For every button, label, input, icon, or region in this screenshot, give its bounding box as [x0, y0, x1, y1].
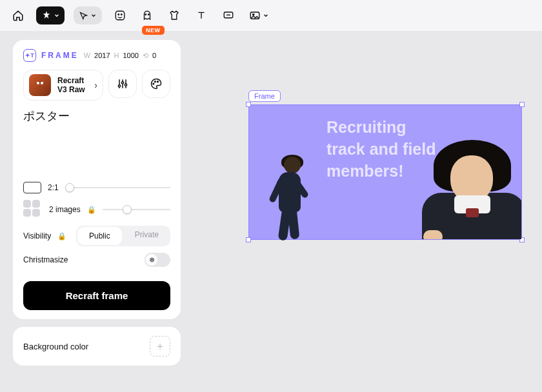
sliders-icon	[116, 77, 129, 90]
aspect-slider[interactable]	[65, 187, 170, 188]
height-value: 1000	[123, 52, 139, 59]
visibility-private[interactable]: Private	[123, 226, 170, 246]
rotation-label: ⟲	[143, 52, 148, 60]
model-selector[interactable]: Recraft V3 Raw ›	[23, 70, 103, 101]
palette-button[interactable]	[142, 70, 170, 98]
svg-point-13	[157, 81, 159, 83]
resize-handle-tl[interactable]	[246, 102, 251, 107]
svg-point-9	[121, 82, 123, 84]
svg-point-8	[118, 85, 120, 87]
christmasize-label: Christmasize	[23, 255, 68, 264]
svg-point-12	[155, 81, 156, 83]
aspect-icon[interactable]	[23, 182, 41, 193]
visibility-public[interactable]: Public	[77, 227, 122, 245]
generate-tool[interactable]	[36, 6, 65, 24]
student-figure	[418, 136, 521, 239]
aspect-label: 2:1	[48, 183, 59, 192]
frame-label: FRAME	[41, 51, 79, 60]
image-tool-icon[interactable]	[246, 6, 271, 24]
frame-dimensions[interactable]: W 2017 H 1000 ⟲ 0	[84, 52, 156, 60]
visibility-label: Visibility	[23, 231, 51, 240]
resize-handle-tr[interactable]	[519, 102, 525, 107]
settings-button[interactable]	[108, 70, 137, 98]
prompt-input[interactable]: ポスター	[23, 107, 170, 175]
ghost-icon[interactable]	[138, 6, 156, 24]
chevron-right-icon: ›	[94, 80, 97, 90]
christmasize-toggle[interactable]: ❄	[145, 253, 170, 267]
face-icon[interactable]	[111, 6, 129, 24]
comment-icon[interactable]	[219, 6, 237, 24]
model-avatar	[29, 74, 51, 96]
model-row: Recraft V3 Raw ›	[23, 70, 170, 101]
images-grid-icon[interactable]	[23, 200, 43, 219]
frame-type-icon[interactable]: ✦T	[23, 49, 36, 62]
shirt-icon[interactable]	[165, 6, 183, 24]
bg-color-card: Background color ＋	[13, 327, 181, 366]
add-bg-color[interactable]: ＋	[150, 336, 170, 357]
height-label: H	[114, 52, 119, 59]
images-label: 2 images	[49, 205, 81, 214]
width-label: W	[84, 52, 90, 59]
width-value: 2017	[94, 52, 110, 59]
rotation-value: 0	[152, 52, 156, 59]
lock-icon: 🔒	[87, 206, 96, 214]
bg-color-label: Background color	[23, 342, 88, 351]
text-tool-icon[interactable]	[192, 6, 210, 24]
cursor-tool[interactable]	[74, 6, 102, 24]
frame-header: ✦T FRAME W 2017 H 1000 ⟲ 0	[23, 49, 170, 62]
svg-point-2	[121, 14, 123, 15]
images-row: 2 images 🔒	[23, 200, 170, 219]
recraft-button[interactable]: Recraft frame	[23, 281, 170, 310]
svg-point-7	[252, 14, 254, 15]
christmasize-row: Christmasize ❄	[23, 253, 170, 267]
frame-card: ✦T FRAME W 2017 H 1000 ⟲ 0 Recraft V3 Ra…	[13, 40, 181, 319]
top-toolbar	[0, 0, 542, 31]
images-slider[interactable]	[103, 209, 170, 210]
palette-icon	[150, 77, 163, 90]
new-badge: NEW	[142, 26, 165, 35]
model-name: Recraft V3 Raw	[57, 76, 85, 95]
home-icon[interactable]	[9, 6, 27, 24]
svg-point-3	[145, 14, 146, 15]
svg-point-4	[148, 14, 150, 15]
svg-point-10	[125, 84, 126, 86]
side-panel: ✦T FRAME W 2017 H 1000 ⟲ 0 Recraft V3 Ra…	[13, 40, 181, 373]
snowflake-icon: ❄	[146, 254, 157, 266]
lock-icon: 🔒	[57, 232, 66, 240]
canvas[interactable]: Frame Recruiting track and field members…	[194, 31, 542, 392]
svg-rect-0	[115, 11, 125, 20]
canvas-frame-tag[interactable]: Frame	[248, 90, 281, 102]
visibility-row: Visibility 🔒 Public Private	[23, 226, 170, 246]
runner-figure	[261, 157, 312, 240]
aspect-row: 2:1	[23, 182, 170, 193]
canvas-frame[interactable]: Recruiting track and field members!	[248, 104, 522, 240]
svg-point-1	[118, 14, 119, 15]
visibility-segmented[interactable]: Public Private	[76, 226, 170, 246]
resize-handle-bl[interactable]	[246, 237, 251, 242]
svg-point-11	[153, 83, 154, 84]
